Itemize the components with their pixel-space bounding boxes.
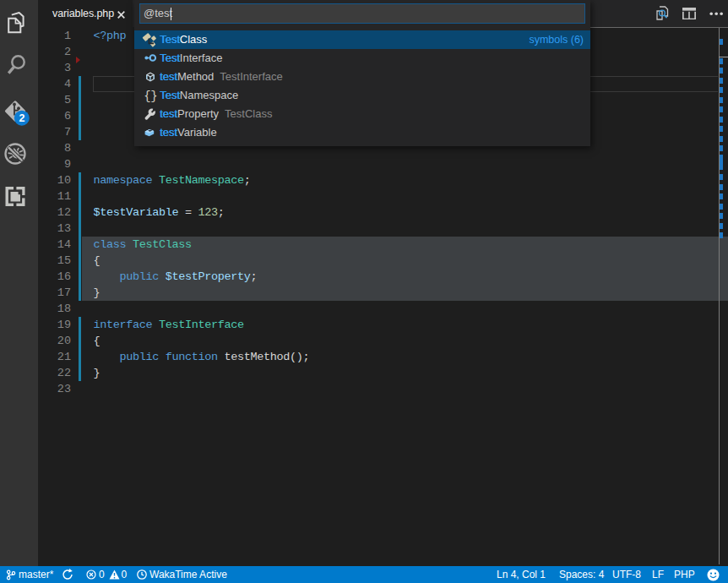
svg-text:2: 2: [19, 112, 24, 124]
svg-text:}: }: [150, 90, 157, 102]
